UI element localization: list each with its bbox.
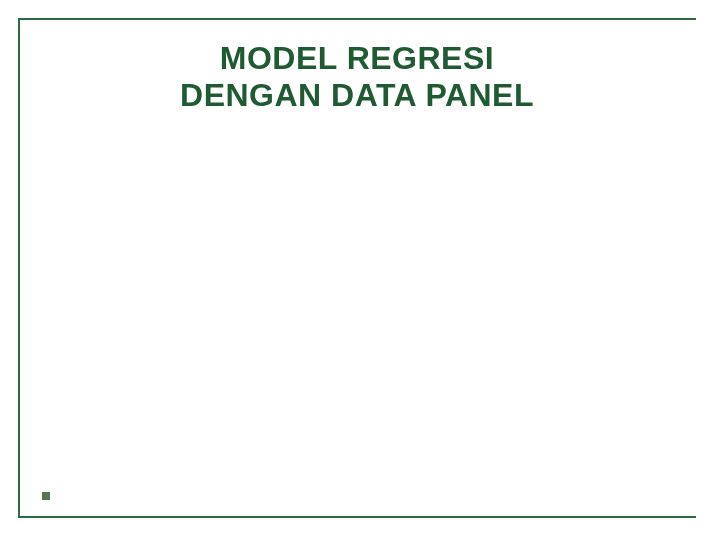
title-line-1: MODEL REGRESI	[88, 40, 626, 77]
bullet-square-icon	[42, 492, 50, 500]
frame-bottom-border	[18, 516, 696, 518]
frame-top-border	[18, 18, 696, 20]
slide-title: MODEL REGRESI DENGAN DATA PANEL	[88, 40, 626, 114]
frame-left-border	[18, 18, 20, 518]
title-line-2: DENGAN DATA PANEL	[88, 77, 626, 114]
slide-frame: MODEL REGRESI DENGAN DATA PANEL	[18, 18, 696, 518]
